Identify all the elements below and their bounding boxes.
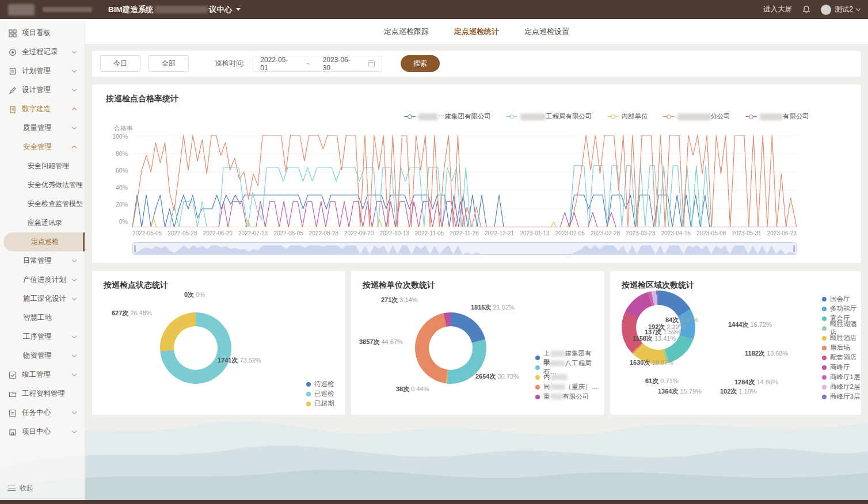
legend-dot-icon — [822, 336, 827, 341]
donut-legend-item[interactable]: 商峰厅1层 — [822, 372, 861, 382]
donut-legend-item[interactable]: 待巡检 — [306, 379, 334, 389]
tab-inspection-settings[interactable]: 定点巡检设置 — [524, 26, 569, 37]
sidebar-item-label: 工序管理 — [23, 332, 52, 342]
donut-legend-item[interactable]: 多功能厅 — [822, 304, 861, 314]
legend-dot-icon — [822, 375, 827, 380]
donut-legend-item[interactable]: 内 — [535, 372, 604, 382]
donut-legend-item[interactable]: 国会厅 — [822, 294, 861, 304]
redacted-text — [760, 113, 783, 120]
legend-dot-icon — [822, 346, 827, 350]
legend-dot-icon — [306, 382, 311, 387]
donut-legend-item[interactable]: 同（重庆）… — [535, 382, 604, 392]
donut-legend-item[interactable]: 中八工程局有… — [535, 362, 604, 372]
chevron-down-icon — [72, 125, 77, 129]
legend-item[interactable]: 一建集团有限公司 — [404, 112, 491, 121]
sidebar-item[interactable]: 智慧工地 — [0, 308, 85, 327]
donut-legend-item[interactable]: 颐胜酒店 — [822, 333, 861, 343]
data-zoom-slider[interactable] — [132, 242, 797, 255]
legend-item[interactable]: 分公司 — [663, 112, 731, 121]
donut-legend-item[interactable]: 重有限公司 — [535, 392, 604, 402]
date-end[interactable]: 2023-06-30 — [323, 56, 356, 72]
sidebar-item[interactable]: 安全检查监管模型 — [0, 194, 85, 213]
donut-legend-item[interactable]: 商峰厅 — [822, 362, 861, 372]
donut-legend-item[interactable]: 颐胜湖酒店 — [822, 323, 861, 333]
redacted-text — [520, 113, 546, 120]
donut-legend-item[interactable]: 配套酒店 — [822, 353, 861, 362]
tab-inspection-tracking[interactable]: 定点巡检跟踪 — [384, 26, 429, 37]
search-button[interactable]: 搜索 — [401, 55, 440, 72]
area-donut-card: 按巡检区域次数统计 国会厅多功能厅宴会厅颐胜湖酒店颐胜酒店康后场配套酒店商峰厅商… — [610, 271, 861, 415]
legend-label: 内部单位 — [622, 112, 648, 121]
donut-legend-item[interactable]: 商峰厅3层 — [822, 392, 861, 402]
redacted-text — [550, 394, 563, 400]
x-tick-label: 2022-08-05 — [273, 230, 303, 236]
sidebar: 项目看板全过程记录计划管理设计管理数字建造质量管理安全管理安全问题管理安全优秀做… — [0, 19, 85, 500]
sidebar-item-label: 项目看板 — [22, 28, 51, 38]
legend-dot-icon — [822, 365, 827, 370]
sidebar-collapse-button[interactable]: 收起 — [8, 483, 33, 493]
bottom-strip — [0, 500, 868, 504]
sidebar-item[interactable]: 工序管理 — [0, 327, 85, 346]
user-menu[interactable]: 测试2 — [821, 5, 860, 15]
redacted-text — [418, 113, 438, 120]
sidebar-item[interactable]: 定点巡检 — [3, 232, 85, 251]
inspection-time-label: 巡检时间: — [215, 59, 245, 68]
sidebar-item[interactable]: 工程资料管理 — [0, 384, 85, 403]
sidebar-item[interactable]: 任务中心 — [0, 403, 85, 422]
sidebar-item-label: 数字建造 — [22, 104, 51, 114]
status-donut-chart[interactable] — [160, 312, 231, 384]
sidebar-item-label: 安全管理 — [23, 142, 52, 152]
pass-rate-chart-card: 按巡检点合格率统计 一建集团有限公司工程局有限公司内部单位分公司有限公司 合格率… — [92, 85, 861, 263]
sidebar-item[interactable]: 计划管理 — [0, 62, 85, 81]
sidebar-item[interactable]: 施工深化设计 — [0, 289, 85, 308]
legend-label: 多功能厅 — [830, 304, 856, 313]
date-range-picker[interactable]: 2022-05-01 ~ 2023-06-30 — [253, 56, 382, 72]
app-title-prefix: BIM建造系统 — [108, 5, 154, 15]
sidebar-item[interactable]: 安全问题管理 — [0, 156, 85, 175]
sidebar-item[interactable]: 安全管理 — [0, 138, 85, 156]
sidebar-item-label: 计划管理 — [22, 66, 51, 76]
line-legend-marker-icon — [663, 114, 675, 120]
chevron-down-icon — [72, 68, 77, 72]
chevron-down-icon — [72, 296, 77, 300]
x-tick-label: 2023-06-23 — [767, 230, 797, 236]
sidebar-item[interactable]: 质量管理 — [0, 119, 85, 138]
legend-item[interactable]: 内部单位 — [607, 112, 648, 121]
donut-legend-item[interactable]: 康后场 — [822, 343, 861, 353]
donut-legend-item[interactable]: 商峰厅2层 — [822, 382, 861, 392]
main-area: 定点巡检跟踪 定点巡检统计 定点巡检设置 今日 全部 巡检时间: 2022-05… — [85, 19, 868, 500]
x-tick-label: 2023-01-13 — [520, 230, 549, 236]
today-button[interactable]: 今日 — [100, 55, 140, 72]
legend-item[interactable]: 工程局有限公司 — [506, 112, 592, 121]
legend-item[interactable]: 有限公司 — [745, 112, 809, 121]
redacted-text — [550, 384, 565, 390]
sidebar-item[interactable]: 日常管理 — [0, 251, 85, 270]
sidebar-item[interactable]: 项目看板 — [0, 24, 85, 43]
date-start[interactable]: 2022-05-01 — [260, 56, 293, 72]
donut-legend-item[interactable]: 已超期 — [306, 399, 334, 408]
tab-inspection-statistics[interactable]: 定点巡检统计 — [454, 26, 499, 37]
sidebar-item[interactable]: 设计管理 — [0, 81, 85, 100]
enter-big-screen-link[interactable]: 进入大屏 — [763, 5, 792, 14]
chevron-down-icon — [72, 334, 77, 338]
all-button[interactable]: 全部 — [149, 55, 189, 72]
sidebar-item[interactable]: 物资管理 — [0, 346, 85, 365]
line-chart-legend: 一建集团有限公司工程局有限公司内部单位分公司有限公司 — [106, 112, 809, 121]
sidebar-item[interactable]: 安全优秀做法管理 — [0, 175, 85, 194]
redacted-org-text — [43, 7, 92, 12]
line-chart-plot — [132, 135, 797, 227]
sidebar-item[interactable]: 全过程记录 — [0, 43, 85, 62]
sidebar-item[interactable]: 项目中心 — [0, 422, 85, 441]
sidebar-item[interactable]: 数字建造 — [0, 100, 85, 119]
sidebar-item-label: 任务中心 — [22, 408, 51, 418]
notification-bell-icon[interactable] — [802, 5, 810, 14]
sidebar-item[interactable]: 产值进度计划 — [0, 270, 85, 289]
sidebar-item-label: 智慧工地 — [23, 313, 52, 323]
sidebar-item[interactable]: 竣工管理 — [0, 365, 85, 384]
app-title[interactable]: BIM建造系统 议中心 — [108, 5, 241, 15]
x-tick-label: 2022-10-13 — [379, 230, 409, 236]
sidebar-item[interactable]: 应急通讯录 — [0, 213, 85, 232]
x-tick-label: 2023-04-15 — [661, 230, 691, 236]
donut-legend-item[interactable]: 已巡检 — [306, 389, 334, 399]
line-legend-marker-icon — [506, 114, 517, 120]
